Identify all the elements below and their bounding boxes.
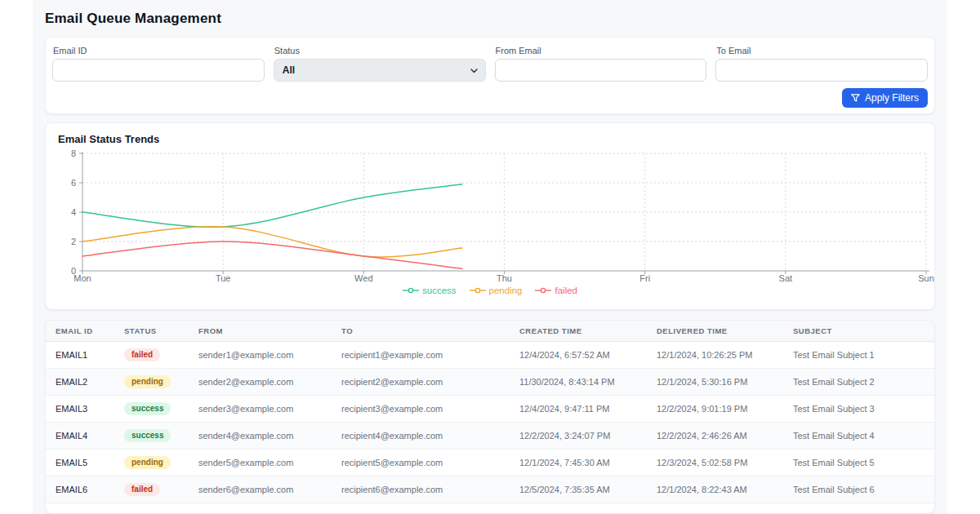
email-id-field: Email ID [52, 44, 265, 82]
chart-title: Email Status Trends [58, 133, 934, 145]
email-id-label: Email ID [53, 46, 264, 55]
cell-created: 12/5/2024, 7:35:35 AM [510, 476, 647, 503]
cell-to: recipient4@example.com [332, 423, 510, 449]
legend-marker-icon [403, 286, 419, 295]
cell-email-id: EMAIL3 [46, 396, 114, 422]
cell-delivered: 12/1/2024, 5:30:16 PM [647, 369, 783, 395]
cell-from: sender2@example.com [189, 369, 332, 395]
column-header-to: TO [332, 321, 510, 341]
cell-delivered: 12/1/2024, 8:22:43 AM [647, 476, 783, 503]
cell-status: success [114, 396, 189, 422]
cell-created: 12/4/2024, 9:47:11 PM [510, 396, 647, 422]
cell-status: failed [114, 476, 189, 503]
legend-marker-icon [470, 286, 486, 295]
filter-actions: Apply Filters [52, 88, 928, 108]
series-line-failed [82, 241, 462, 268]
table-row: EMAIL6failedsender6@example.comrecipient… [46, 476, 934, 503]
x-axis-label-fri: Fri [639, 273, 650, 283]
legend-label: failed [555, 286, 577, 295]
chart-legend: successpendingfailed [46, 286, 934, 295]
y-axis-tick-label: 6 [71, 178, 76, 188]
table-row: EMAIL2pendingsender2@example.comrecipien… [46, 369, 934, 396]
legend-label: success [422, 286, 457, 295]
y-axis-tick-label: 2 [71, 237, 76, 246]
column-header-email-id: EMAIL ID [46, 321, 114, 341]
cell-to: recipient2@example.com [332, 369, 510, 395]
column-header-created-time: CREATED TIME [510, 321, 647, 341]
cell-status: failed [114, 342, 189, 368]
legend-label: pending [489, 286, 523, 295]
filter-funnel-icon [851, 94, 860, 102]
x-axis-label-tue: Tue [216, 273, 231, 283]
column-header-delivered-time: DELIVERED TIME [647, 321, 783, 341]
cell-email-id: EMAIL5 [46, 450, 114, 476]
table-row: EMAIL5pendingsender5@example.comrecipien… [46, 450, 934, 476]
status-badge: pending [124, 375, 171, 388]
x-axis-label-thu: Thu [497, 273, 512, 283]
table-body: EMAIL1failedsender1@example.comrecipient… [46, 342, 934, 503]
column-header-status: STATUS [114, 321, 189, 341]
status-badge: failed [124, 348, 160, 361]
app-container: Email Queue Management Email IDStatusAll… [33, 0, 947, 514]
status-label: Status [274, 46, 485, 55]
table-panel: EMAIL IDSTATUSFROMTOCREATED TIMEDELIVERE… [45, 320, 935, 514]
status-badge: success [124, 402, 171, 415]
cell-email-id: EMAIL6 [46, 476, 114, 503]
table-header-row: EMAIL IDSTATUSFROMTOCREATED TIMEDELIVERE… [46, 321, 934, 342]
status-selected-value: All [283, 64, 295, 76]
cell-subject: Test Email Subject 2 [783, 369, 934, 395]
x-axis-label-sat: Sat [779, 273, 793, 283]
cell-to: recipient5@example.com [332, 450, 510, 476]
cell-from: sender6@example.com [189, 476, 332, 503]
cell-status: pending [114, 450, 189, 476]
from-email-field: From Email [495, 44, 707, 82]
cell-delivered: 12/3/2024, 5:02:58 PM [647, 450, 783, 476]
table-row: EMAIL3successsender3@example.comrecipien… [46, 396, 934, 423]
from-email-label: From Email [496, 46, 706, 55]
status-field: StatusAll [274, 44, 486, 82]
cell-delivered: 12/2/2024, 9:01:19 PM [647, 396, 783, 422]
cell-from: sender1@example.com [189, 342, 332, 368]
column-header-subject: SUBJECT [783, 321, 934, 341]
filter-fields: Email IDStatusAllFrom EmailTo Email [52, 44, 928, 82]
column-header-from: FROM [189, 321, 332, 341]
page-title: Email Queue Management [45, 11, 935, 27]
cell-to: recipient1@example.com [332, 342, 510, 368]
cell-delivered: 12/1/2024, 10:26:25 PM [647, 342, 783, 368]
status-select[interactable]: All [274, 59, 486, 82]
cell-subject: Test Email Subject 4 [783, 423, 934, 449]
cell-created: 12/2/2024, 3:24:07 PM [510, 423, 647, 449]
apply-filters-button[interactable]: Apply Filters [842, 88, 928, 108]
cell-subject: Test Email Subject 5 [783, 450, 934, 476]
status-badge: pending [124, 456, 171, 469]
filters-panel: Email IDStatusAllFrom EmailTo Email Appl… [45, 37, 935, 114]
cell-subject: Test Email Subject 6 [783, 476, 934, 503]
cell-email-id: EMAIL4 [46, 423, 114, 449]
cell-email-id: EMAIL2 [46, 369, 114, 395]
cell-from: sender4@example.com [189, 423, 332, 449]
email-id-input[interactable] [52, 59, 265, 82]
to-email-label: To Email [716, 46, 927, 55]
to-email-input[interactable] [715, 59, 928, 82]
x-axis-label-wed: Wed [354, 273, 372, 283]
legend-item-pending[interactable]: pending [470, 286, 523, 295]
legend-item-failed[interactable]: failed [535, 286, 577, 295]
cell-subject: Test Email Subject 1 [783, 342, 934, 368]
cell-created: 11/30/2024, 8:43:14 PM [510, 369, 647, 395]
status-badge: failed [124, 483, 160, 496]
legend-marker-icon [535, 286, 551, 295]
from-email-input[interactable] [495, 59, 707, 82]
cell-subject: Test Email Subject 3 [783, 396, 934, 422]
cell-delivered: 12/2/2024, 2:46:26 AM [647, 423, 783, 449]
status-badge: success [124, 429, 171, 442]
cell-email-id: EMAIL1 [46, 342, 114, 368]
legend-item-success[interactable]: success [403, 286, 457, 295]
to-email-field: To Email [715, 44, 928, 82]
chart-panel: Email Status Trends 02468MonTueWedThuFri… [45, 122, 935, 310]
cell-status: success [114, 423, 189, 449]
apply-filters-label: Apply Filters [865, 92, 919, 104]
x-axis-label-sun: Sun [918, 273, 934, 283]
table-row: EMAIL1failedsender1@example.comrecipient… [46, 342, 934, 369]
cell-to: recipient6@example.com [332, 476, 510, 503]
cell-to: recipient3@example.com [332, 396, 510, 422]
